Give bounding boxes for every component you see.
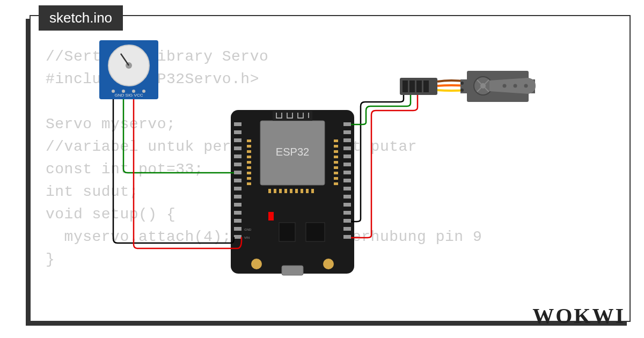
svg-rect-35 — [343, 179, 351, 182]
svg-point-6 — [122, 90, 125, 93]
svg-rect-73 — [282, 266, 303, 275]
svg-rect-47 — [247, 161, 251, 164]
svg-point-7 — [132, 90, 135, 93]
svg-rect-66 — [295, 189, 298, 193]
svg-rect-16 — [234, 146, 241, 150]
svg-point-8 — [142, 90, 145, 93]
svg-point-95 — [514, 84, 517, 88]
svg-point-94 — [503, 84, 507, 88]
svg-rect-63 — [279, 189, 282, 193]
svg-rect-51 — [247, 182, 251, 185]
svg-rect-33 — [343, 163, 351, 166]
svg-rect-17 — [234, 155, 241, 158]
svg-rect-26 — [234, 227, 241, 231]
svg-text:GND SIG VCC: GND SIG VCC — [115, 93, 143, 98]
potentiometer-component[interactable]: GND SIG VCC — [99, 40, 158, 99]
svg-rect-59 — [334, 177, 338, 180]
svg-rect-56 — [334, 161, 338, 164]
svg-rect-82 — [423, 80, 429, 92]
svg-text:VIN: VIN — [244, 236, 250, 239]
svg-rect-32 — [343, 155, 351, 158]
servo-component[interactable] — [460, 71, 536, 102]
svg-rect-39 — [343, 211, 351, 215]
svg-rect-61 — [268, 189, 271, 193]
svg-rect-58 — [334, 172, 338, 174]
svg-rect-64 — [284, 189, 287, 193]
svg-rect-55 — [334, 156, 338, 158]
svg-rect-69 — [311, 189, 314, 193]
svg-rect-19 — [234, 171, 241, 174]
svg-rect-67 — [301, 189, 303, 193]
svg-text:GND: GND — [244, 228, 252, 231]
svg-point-86 — [460, 82, 464, 85]
svg-rect-72 — [306, 223, 325, 241]
svg-point-74 — [251, 259, 262, 269]
svg-text:ESP32: ESP32 — [276, 146, 309, 158]
circuit-diagram: GND SIG VCC ESP32 — [0, 0, 644, 338]
svg-point-75 — [323, 259, 334, 269]
wire-servo-sig — [351, 95, 411, 124]
svg-rect-65 — [290, 189, 292, 193]
svg-rect-53 — [334, 145, 338, 148]
svg-rect-57 — [334, 166, 338, 169]
svg-rect-49 — [247, 172, 251, 174]
svg-rect-80 — [409, 80, 415, 92]
svg-rect-34 — [343, 171, 351, 174]
svg-rect-27 — [234, 235, 241, 239]
svg-rect-28 — [343, 122, 351, 126]
wire-pot-vcc — [134, 99, 241, 248]
svg-rect-22 — [234, 195, 241, 199]
esp32-component[interactable]: ESP32 — [231, 110, 354, 275]
svg-rect-81 — [416, 80, 422, 92]
svg-rect-20 — [234, 179, 241, 182]
svg-rect-30 — [343, 138, 351, 142]
svg-rect-54 — [334, 150, 338, 153]
wire-pot-sig — [123, 99, 234, 173]
svg-rect-48 — [247, 166, 251, 169]
svg-rect-29 — [343, 130, 351, 134]
file-tab[interactable]: sketch.ino — [39, 5, 123, 31]
svg-rect-71 — [279, 223, 295, 241]
svg-rect-68 — [306, 189, 309, 193]
svg-rect-42 — [343, 235, 351, 239]
svg-rect-21 — [234, 187, 241, 190]
svg-rect-15 — [234, 138, 241, 142]
svg-rect-36 — [343, 187, 351, 190]
svg-rect-14 — [234, 130, 241, 134]
svg-rect-43 — [247, 139, 251, 142]
svg-rect-25 — [234, 219, 241, 223]
svg-rect-24 — [234, 211, 241, 215]
wire-servo-gnd — [351, 95, 404, 222]
svg-rect-37 — [343, 195, 351, 199]
svg-rect-60 — [334, 182, 338, 185]
svg-rect-50 — [247, 177, 251, 180]
svg-rect-70 — [268, 212, 274, 221]
svg-rect-23 — [234, 203, 241, 207]
wire-pot-gnd — [113, 99, 234, 243]
svg-rect-13 — [234, 122, 241, 126]
svg-rect-41 — [343, 227, 351, 231]
svg-rect-45 — [247, 150, 251, 153]
svg-point-87 — [460, 89, 464, 92]
svg-rect-18 — [234, 163, 241, 166]
svg-point-5 — [112, 90, 115, 93]
svg-rect-46 — [247, 156, 251, 158]
svg-rect-40 — [343, 219, 351, 223]
svg-point-96 — [524, 84, 528, 88]
svg-rect-31 — [343, 146, 351, 150]
svg-rect-44 — [247, 145, 251, 148]
svg-rect-38 — [343, 203, 351, 207]
svg-rect-52 — [334, 139, 338, 142]
servo-connector — [400, 78, 467, 95]
svg-rect-62 — [274, 189, 276, 193]
svg-rect-79 — [402, 80, 408, 92]
